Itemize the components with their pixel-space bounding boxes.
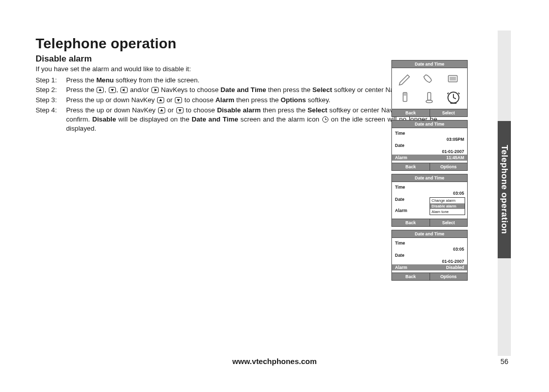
softkey-back: Back [392,273,430,280]
value-time: 03:05PM [447,137,465,142]
softkey-back: Back [392,219,430,226]
step-body: Press the Menu softkey from the idle scr… [66,76,437,85]
screen-body: Time 03:05 Date 01-01-2007 Alarm Disable… [392,238,467,273]
value-alarm: 11:45AM [446,155,464,160]
value-time: 03:05 [453,247,464,252]
navkey-down-icon [176,107,184,113]
screen-header: Date and Time [392,120,467,128]
softkey-select: Select [430,219,468,226]
label-time: Time [395,240,405,246]
screen-body: Time 03:05 Date Alarm Change alarm Disab… [392,182,467,219]
svg-rect-3 [404,93,407,96]
softkey-options: Options [430,273,468,280]
phone-screens-column: Date and Time Back Select Date and Time … [391,60,468,284]
step-label: Step 3: [36,96,66,105]
navkey-up-icon [157,97,164,103]
popup-option-disable-alarm: Disable alarm [430,203,465,209]
value-date: 01-01-2007 [442,149,464,154]
label-time: Time [395,185,405,190]
step-label: Step 1: [36,76,66,85]
label-date: Date [395,143,404,148]
screen-softkeys: Back Select [392,109,467,116]
menu-icon-settings [422,91,437,104]
step-label: Step 2: [36,85,66,95]
value-time: 03:05 [453,191,464,196]
screen-menu-grid: Date and Time Back Select [391,60,468,117]
screen-alarm-options-popup: Date and Time Time 03:05 Date Alarm Chan… [391,174,468,227]
screen-body: Time 03:05PM Date 01-01-2007 Alarm 11:45… [392,128,467,163]
menu-icon-call-log [422,73,437,86]
label-alarm: Alarm [395,265,407,270]
step-row: Step 2:Press the , , and/or NavKeys to c… [36,85,437,95]
step-body: Press the up or down NavKey or to choose… [66,96,437,105]
softkey-back: Back [392,163,430,170]
popup-option-alarm-tone: Alam tone [430,209,465,215]
menu-icon-intercom [398,91,413,104]
label-date: Date [395,197,404,202]
svg-rect-1 [449,77,456,81]
intro-text: If you have set the alarm and would like… [36,65,437,74]
softkey-options: Options [430,163,468,170]
svg-point-5 [426,100,433,103]
softkey-back: Back [392,109,430,116]
value-date: 01-01-2007 [442,259,464,264]
navkey-down-icon [109,87,116,93]
screen-header: Date and Time [392,174,467,182]
step-row: Step 4:Press the up or down NavKey or to… [36,106,437,133]
softkey-select: Select [430,109,468,116]
step-body: Press the , , and/or NavKeys to choose D… [66,85,437,95]
svg-rect-7 [450,103,456,104]
label-alarm: Alarm [395,208,407,213]
label-alarm: Alarm [395,155,407,160]
screen-softkeys: Back Select [392,219,467,226]
step-row: Step 1:Press the Menu softkey from the i… [36,76,437,85]
label-date: Date [395,253,404,258]
row-alarm-disabled: Alarm Disabled [392,264,467,270]
options-popup: Change alarm Disable alarm Alam tone [430,197,465,215]
screen-date-time-alarm: Date and Time Time 03:05PM Date 01-01-20… [391,120,468,171]
steps-list: Step 1:Press the Menu softkey from the i… [36,76,437,133]
section-heading: Disable alarm [36,54,437,64]
menu-icon-date-time [444,90,463,105]
step-row: Step 3:Press the up or down NavKey or to… [36,96,437,105]
screen-alarm-disabled: Date and Time Time 03:05 Date 01-01-2007… [391,230,468,281]
popup-option-change-alarm: Change alarm [430,198,465,203]
screen-body [392,68,467,109]
label-time: Time [395,131,405,136]
navkey-left-icon [120,87,128,93]
footer-page-number: 56 [500,357,508,366]
screen-header: Date and Time [392,230,467,238]
navkey-up-icon [158,107,165,113]
screen-header: Date and Time [392,61,467,68]
screen-softkeys: Back Options [392,273,467,280]
screen-softkeys: Back Options [392,163,467,170]
navkey-down-icon [175,97,182,103]
manual-page: Telephone operation Disable alarm If you… [0,0,549,392]
alarm-clock-icon [322,116,328,123]
value-alarm-disabled: Disabled [446,265,464,270]
side-tab: Telephone operation [498,31,511,356]
menu-icon-ringer [446,73,461,86]
footer-url: www.vtechphones.com [0,357,549,366]
row-alarm-highlighted: Alarm 11:45AM [392,155,467,161]
step-body: Press the up or down NavKey or to choose… [66,106,437,133]
navkey-right-icon [151,87,159,93]
svg-rect-4 [428,93,431,100]
menu-icon-directory [398,73,413,86]
navkey-up-icon [97,87,104,93]
side-tab-label: Telephone operation [498,121,511,258]
main-content: Telephone operation Disable alarm If you… [36,36,437,134]
step-label: Step 4: [36,106,66,133]
page-title: Telephone operation [36,36,437,52]
